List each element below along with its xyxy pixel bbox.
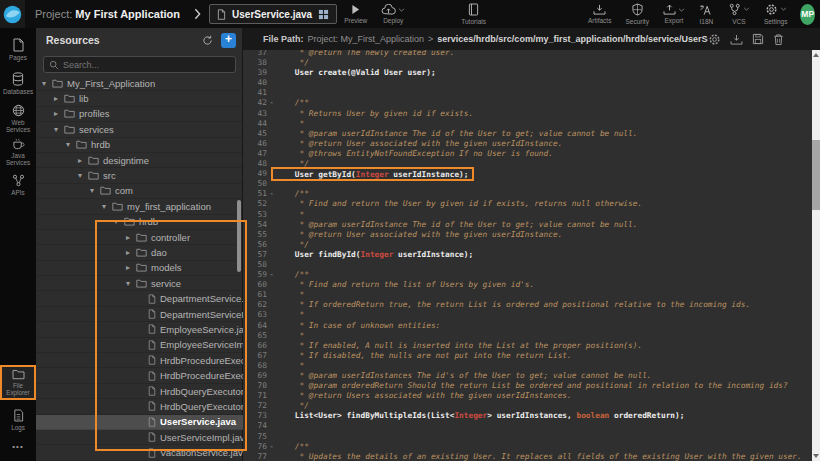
tree-item-folder[interactable]: ▾com xyxy=(36,184,243,199)
tree-item-folder[interactable]: ▾hrdb xyxy=(36,138,243,153)
code-line: 55 * @return User associated with the gi… xyxy=(243,230,820,240)
resources-scrollbar-thumb[interactable] xyxy=(237,200,241,272)
project-name: My First Application xyxy=(75,8,180,20)
artifacts-button[interactable]: Artifacts xyxy=(581,0,618,28)
sidebar-item-logs[interactable]: Logs xyxy=(2,407,34,433)
tree-item-folder[interactable]: ▸dao xyxy=(36,245,243,260)
fold-marker[interactable]: - xyxy=(267,98,276,108)
line-number: 60 xyxy=(243,280,267,290)
chevron-right-icon: ▸ xyxy=(54,94,64,103)
search-input[interactable] xyxy=(63,60,230,70)
tree-item-folder[interactable]: ▸lib xyxy=(36,91,243,106)
tree-item-file[interactable]: HrdbProcedureExecutorSe xyxy=(36,368,243,383)
editor-scrollbar-thumb[interactable] xyxy=(812,140,820,210)
tab-userservice-java[interactable]: UserService.java xyxy=(209,4,337,24)
sidebar-item-web-services[interactable]: Web Services xyxy=(2,102,34,135)
folder-icon xyxy=(136,279,147,288)
ide-window: Project: My First Application UserServic… xyxy=(0,0,820,461)
sidebar-more-button[interactable]: ••• xyxy=(0,442,36,451)
editor-scrollbar-track[interactable] xyxy=(812,50,820,461)
project-breadcrumb[interactable]: Project: My First Application xyxy=(35,8,180,20)
file-icon xyxy=(148,401,156,411)
line-number: 63 xyxy=(243,310,267,320)
code-line: 37 * @return The newly created user. xyxy=(243,50,820,58)
line-number: 52 xyxy=(243,199,267,209)
code-editor[interactable]: 37 * @return The newly created user.38 *… xyxy=(243,50,820,461)
sidebar-item-pages[interactable]: Pages xyxy=(2,36,34,63)
code-line: 46 * @return User associated with the gi… xyxy=(243,139,820,149)
scroll-down-icon[interactable] xyxy=(813,454,819,458)
fold-spacer xyxy=(267,58,276,68)
tree-item-folder[interactable]: ▾hrdb xyxy=(36,215,243,230)
tree-item-file[interactable]: EmployeeService.java xyxy=(36,322,243,337)
tree-item-file[interactable]: HrdbProcedureExecutorSe xyxy=(36,353,243,368)
tree-item-folder[interactable]: ▾my_first_application xyxy=(36,199,243,214)
fold-marker[interactable]: - xyxy=(267,442,276,452)
tree-item-file[interactable]: EmployeeServiceImpl.java xyxy=(36,338,243,353)
grid-icon[interactable] xyxy=(318,9,329,20)
tree-item-file[interactable]: VacationService.java xyxy=(36,445,243,460)
download-icon[interactable] xyxy=(730,34,743,45)
tree-item-folder[interactable]: ▾src xyxy=(36,168,243,183)
chevron-right-icon: ▸ xyxy=(54,109,64,118)
fold-spacer xyxy=(267,341,276,351)
chevron-right-icon: ▸ xyxy=(78,156,88,165)
resources-search[interactable] xyxy=(43,56,236,73)
preview-button[interactable]: Preview xyxy=(337,0,374,28)
chevron-down-icon: ▾ xyxy=(42,79,52,88)
export-icon xyxy=(663,4,676,15)
tree-item-folder[interactable]: ▾service xyxy=(36,276,243,291)
app-logo[interactable] xyxy=(0,0,25,28)
deploy-button[interactable]: Deploy xyxy=(374,0,412,28)
tree-item-folder[interactable]: ▾services xyxy=(36,122,243,137)
scroll-up-icon[interactable] xyxy=(813,53,819,57)
tree-item-file[interactable]: DepartmentServiceImpl.jav xyxy=(36,307,243,322)
folder-icon xyxy=(124,217,135,226)
security-button[interactable]: Security xyxy=(618,0,655,28)
i18n-button[interactable]: I18N xyxy=(692,0,721,28)
add-resource-button[interactable]: + xyxy=(221,33,236,48)
folder-icon xyxy=(136,248,147,257)
fold-marker[interactable]: - xyxy=(267,189,276,199)
code-line: 51- /** xyxy=(243,189,820,199)
line-number: 43 xyxy=(243,109,267,119)
export-button[interactable]: Export xyxy=(656,0,692,28)
gear-icon[interactable] xyxy=(708,33,721,46)
sidebar-item-apis[interactable]: APIs xyxy=(2,172,34,198)
tree-item-folder[interactable]: ▸models xyxy=(36,261,243,276)
tree-item-file[interactable]: UserService.java xyxy=(36,415,243,430)
chevron-down-icon: ▾ xyxy=(126,279,136,288)
download-tray-icon xyxy=(593,4,606,15)
line-number: 55 xyxy=(243,230,267,240)
trash-icon[interactable] xyxy=(773,33,784,46)
sidebar-item-java-services[interactable]: Java Services xyxy=(2,136,34,168)
fold-spacer xyxy=(267,331,276,341)
fold-spacer xyxy=(267,391,276,401)
chevron-right-icon: ▸ xyxy=(126,263,136,272)
folder-icon xyxy=(64,94,75,103)
tree-item-file[interactable]: HrdbQueryExecutorService xyxy=(36,399,243,414)
tree-item-file[interactable]: UserServiceImpl.java xyxy=(36,430,243,445)
tree-item-folder[interactable]: ▸designtime xyxy=(36,153,243,168)
code-line: 60 * Find and return the list of Users b… xyxy=(243,280,820,290)
tree-item-folder[interactable]: ▸profiles xyxy=(36,107,243,122)
line-number: 68 xyxy=(243,361,267,371)
api-nodes-icon xyxy=(12,174,25,187)
tree-item-file[interactable]: DepartmentService.java xyxy=(36,291,243,306)
left-sidebar: Pages Databases Web Services Java Servic… xyxy=(0,28,36,461)
line-number: 69 xyxy=(243,371,267,381)
refresh-icon[interactable] xyxy=(202,35,213,46)
tutorials-button[interactable]: Tutorials xyxy=(454,0,493,28)
sidebar-item-file-explorer[interactable]: File Explorer xyxy=(2,367,34,398)
editor-pane: File Path: Project: My_First_Application… xyxy=(243,28,820,461)
tree-item-file[interactable]: HrdbQueryExecutorService xyxy=(36,384,243,399)
sidebar-item-databases[interactable]: Databases xyxy=(2,70,34,97)
vcs-button[interactable]: VCS xyxy=(721,0,757,28)
tree-item-folder[interactable]: ▾My_First_Application xyxy=(36,76,243,91)
tree-item-folder[interactable]: ▸controller xyxy=(36,230,243,245)
save-icon[interactable] xyxy=(752,33,764,45)
fold-marker[interactable]: - xyxy=(267,270,276,280)
resources-panel: Resources + ▾My_First_Application▸lib▸pr… xyxy=(36,28,243,461)
user-avatar[interactable]: MP xyxy=(800,4,815,25)
settings-button[interactable]: Settings xyxy=(757,0,795,28)
